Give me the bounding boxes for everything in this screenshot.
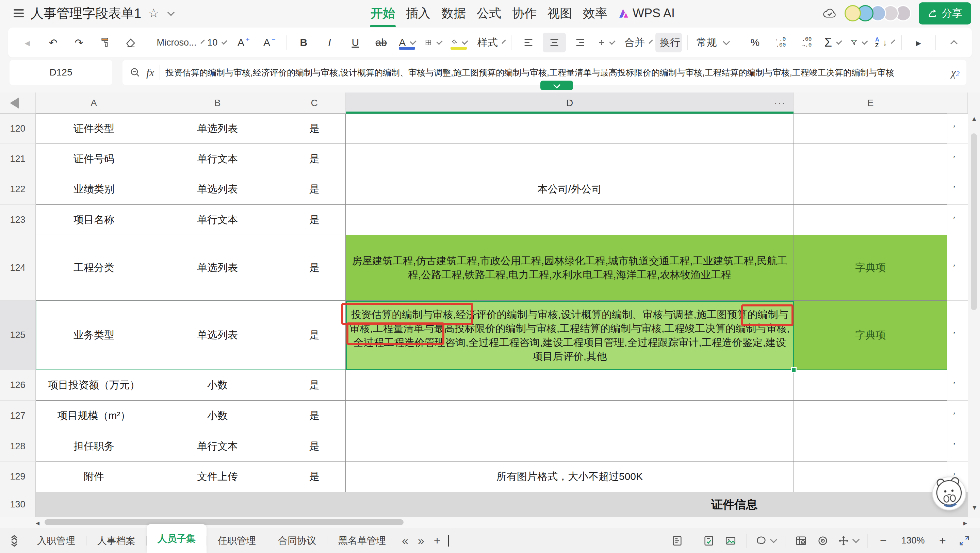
row-header-128[interactable]: 128 xyxy=(0,431,36,461)
cell-overflow-122[interactable]: ’ xyxy=(947,174,968,205)
cell-E121[interactable] xyxy=(794,144,947,174)
cell-D125[interactable]: 投资估算的编制与审核,经济评价的编制与审核,设计概算的编制、审核与调整,施工图预… xyxy=(346,300,794,370)
sheet-tab-5[interactable]: 黑名单管理 xyxy=(327,528,397,553)
cell-A124[interactable]: 工程分类 xyxy=(36,235,152,300)
collapse-ribbon-button[interactable] xyxy=(941,33,964,52)
title-chevron-down-icon[interactable] xyxy=(167,8,175,16)
percent-format-button[interactable]: % xyxy=(743,33,767,52)
ribbon-tab-6[interactable]: 效率 xyxy=(582,3,609,24)
cell-C123[interactable]: 是 xyxy=(283,205,346,235)
fill-handle[interactable] xyxy=(791,367,797,373)
merge-cells-button[interactable]: 合并 xyxy=(620,33,653,52)
cell-overflow-123[interactable]: ’ xyxy=(947,205,968,235)
zoom-out-formula-icon[interactable] xyxy=(129,67,141,78)
font-color-button[interactable]: A xyxy=(395,33,418,52)
add-sheet-button[interactable]: + xyxy=(429,534,445,547)
cell-B123[interactable]: 单行文本 xyxy=(152,205,283,235)
cell-C126[interactable]: 是 xyxy=(283,370,346,400)
cell-B125[interactable]: 单选列表 xyxy=(152,300,283,370)
sheet-tab-2[interactable]: 人员子集 xyxy=(147,524,207,553)
name-box[interactable]: D125 xyxy=(10,60,112,85)
cell-D120[interactable] xyxy=(346,114,794,144)
row-header-121[interactable]: 121 xyxy=(0,144,36,174)
cell-C121[interactable]: 是 xyxy=(283,144,346,174)
column-collapse-button[interactable] xyxy=(540,81,573,90)
vertical-align-button[interactable] xyxy=(595,33,617,52)
cell-D129[interactable]: 所有图片格式，大小不超过500K xyxy=(346,461,794,492)
cell-D124[interactable]: 房屋建筑工程,仿古建筑工程,市政公用工程,园林绿化工程,城市轨道交通工程,工业建… xyxy=(346,235,794,300)
scroll-right-arrow-icon[interactable]: ▸ xyxy=(963,519,967,528)
column-header-C[interactable]: C xyxy=(283,92,346,113)
ribbon-tab-3[interactable]: 公式 xyxy=(476,3,503,24)
wrap-text-button[interactable]: 换行 xyxy=(655,33,682,52)
cell-A122[interactable]: 业绩类别 xyxy=(36,174,152,205)
fill-color-button[interactable] xyxy=(447,33,470,52)
table-settings-icon[interactable] xyxy=(794,532,808,549)
scroll-down-arrow-icon[interactable]: ▼ xyxy=(971,504,978,512)
filter-button[interactable] xyxy=(847,33,870,52)
ribbon-tab-5[interactable]: 视图 xyxy=(546,3,573,24)
ribbon-tab-4[interactable]: 协作 xyxy=(511,3,538,24)
outline-view-icon[interactable] xyxy=(670,532,684,549)
strikethrough-button[interactable]: ab xyxy=(369,33,393,52)
column-header-partial[interactable] xyxy=(947,92,968,113)
vertical-scrollbar[interactable]: ▲ ▼ xyxy=(968,92,980,518)
selection-pan-icon[interactable] xyxy=(838,532,859,549)
align-left-button[interactable] xyxy=(517,33,540,52)
assistant-mascot-button[interactable] xyxy=(929,473,969,513)
zoom-in-button[interactable]: + xyxy=(936,532,950,549)
increase-decimal-button[interactable]: ←.0.00 xyxy=(769,33,792,52)
cell-E123[interactable] xyxy=(794,205,947,235)
cell-B129[interactable]: 文件上传 xyxy=(152,461,283,492)
fullscreen-icon[interactable] xyxy=(958,532,971,549)
sheet-tab-0[interactable]: 入职管理 xyxy=(26,528,86,553)
cell-E128[interactable] xyxy=(794,431,947,461)
sheet-tab-3[interactable]: 任职管理 xyxy=(207,528,267,553)
shapes-icon[interactable] xyxy=(756,532,776,549)
cell-A121[interactable]: 证件号码 xyxy=(36,144,152,174)
cell-A125[interactable]: 业务类型 xyxy=(36,300,152,370)
ribbon-tab-7[interactable]: WPS AI xyxy=(617,4,676,22)
share-button[interactable]: 分享 xyxy=(919,2,971,24)
cell-D128[interactable] xyxy=(346,431,794,461)
cell-B127[interactable]: 小数 xyxy=(152,400,283,431)
decrease-font-button[interactable]: A− xyxy=(258,33,281,52)
number-format-select[interactable]: 常规 xyxy=(693,33,733,52)
cell-A129[interactable]: 附件 xyxy=(36,461,152,492)
cell-C120[interactable]: 是 xyxy=(283,114,346,144)
scroll-up-arrow-icon[interactable]: ▲ xyxy=(971,115,978,123)
sort-button[interactable]: AZ↓ xyxy=(873,33,896,52)
zoom-out-button[interactable]: − xyxy=(877,532,890,549)
increase-font-button[interactable]: A+ xyxy=(232,33,255,52)
cell-B121[interactable]: 单行文本 xyxy=(152,144,283,174)
cell-D127[interactable] xyxy=(346,400,794,431)
borders-button[interactable] xyxy=(421,33,444,52)
cell-overflow-124[interactable]: ’ xyxy=(947,235,968,300)
cell-B126[interactable]: 小数 xyxy=(152,370,283,400)
collaborator-avatar-0[interactable] xyxy=(845,5,861,21)
cell-E120[interactable] xyxy=(794,114,947,144)
redo-button[interactable]: ↷ xyxy=(67,33,91,52)
cell-B124[interactable]: 单选列表 xyxy=(152,235,283,300)
eye-protect-icon[interactable] xyxy=(816,532,830,549)
cell-E122[interactable] xyxy=(794,174,947,205)
select-all-corner[interactable] xyxy=(0,92,36,113)
formula-content[interactable]: 投资估算的编制与审核,经济评价的编制与审核,设计概算的编制、审核与调整,施工图预… xyxy=(165,67,946,78)
align-center-button[interactable] xyxy=(543,33,566,52)
row-header-120[interactable]: 120 xyxy=(0,114,36,144)
row-header-129[interactable]: 129 xyxy=(0,461,36,492)
cell-overflow-127[interactable]: ’ xyxy=(947,400,968,431)
cell-A120[interactable]: 证件类型 xyxy=(36,114,152,144)
row-header-125[interactable]: 125 xyxy=(0,300,36,370)
cell-C128[interactable]: 是 xyxy=(283,431,346,461)
cloud-sync-icon[interactable] xyxy=(823,8,837,19)
underline-button[interactable]: U xyxy=(344,33,367,52)
cell-D121[interactable] xyxy=(346,144,794,174)
column-menu-icon[interactable]: ··· xyxy=(774,98,786,108)
fx-icon[interactable]: fx xyxy=(146,66,154,79)
menu-icon[interactable] xyxy=(14,7,24,19)
cell-E125[interactable]: 字典项 xyxy=(794,300,947,370)
sheet-scroll-right-icon[interactable]: » xyxy=(413,534,429,547)
cell-E126[interactable] xyxy=(794,370,947,400)
cell-E127[interactable] xyxy=(794,400,947,431)
